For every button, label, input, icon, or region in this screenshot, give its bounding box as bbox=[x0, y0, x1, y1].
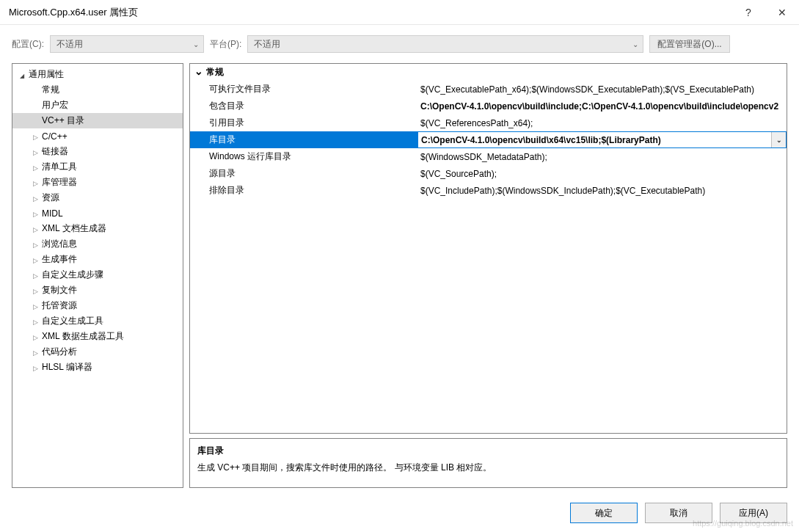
property-name: 引用目录 bbox=[190, 114, 417, 131]
dialog-buttons: 确定 取消 应用(A) bbox=[0, 495, 799, 532]
expand-icon bbox=[30, 255, 40, 264]
tree-item-label: 自定义生成工具 bbox=[40, 315, 103, 327]
tree-item[interactable]: 库管理器 bbox=[12, 175, 183, 190]
tree-item-label: C/C++ bbox=[40, 131, 68, 142]
help-icon: ? bbox=[745, 7, 751, 18]
category-row[interactable]: 常规 bbox=[190, 64, 787, 81]
tree-item[interactable]: 复制文件 bbox=[12, 283, 183, 298]
config-manager-label: 配置管理器(O)... bbox=[657, 38, 721, 51]
expand-icon bbox=[30, 317, 40, 326]
tree-item[interactable]: 清单工具 bbox=[12, 159, 183, 175]
property-value[interactable]: $(VC_ExecutablePath_x64);$(WindowsSDK_Ex… bbox=[417, 81, 787, 98]
description-title: 库目录 bbox=[197, 445, 779, 457]
right-panel: 常规 可执行文件目录$(VC_ExecutablePath_x64);$(Win… bbox=[189, 63, 787, 488]
tree-item-label: VC++ 目录 bbox=[40, 114, 84, 127]
property-name: 可执行文件目录 bbox=[190, 81, 417, 98]
tree-root[interactable]: 通用属性 bbox=[12, 67, 183, 82]
property-name: Windows 运行库目录 bbox=[190, 148, 417, 165]
property-name: 排除目录 bbox=[190, 182, 417, 199]
property-name: 源目录 bbox=[190, 165, 417, 182]
property-name: 包含目录 bbox=[190, 98, 417, 114]
dropdown-button[interactable]: ⌄ bbox=[771, 132, 786, 147]
cancel-label: 取消 bbox=[670, 507, 687, 520]
apply-button[interactable]: 应用(A) bbox=[720, 503, 787, 523]
expand-icon bbox=[30, 302, 40, 310]
property-value[interactable]: $(VC_SourcePath); bbox=[417, 165, 787, 182]
tree-item-label: 复制文件 bbox=[40, 284, 77, 296]
property-row[interactable]: 可执行文件目录$(VC_ExecutablePath_x64);$(Window… bbox=[190, 81, 787, 98]
config-select[interactable]: 不适用 ⌄ bbox=[50, 35, 204, 53]
chevron-down-icon bbox=[194, 67, 206, 79]
tree-item-label: 用户宏 bbox=[40, 99, 68, 112]
property-name: 库目录 bbox=[190, 131, 417, 148]
chevron-down-icon: ⌄ bbox=[193, 40, 199, 48]
config-bar: 配置(C): 不适用 ⌄ 平台(P): 不适用 ⌄ 配置管理器(O)... bbox=[0, 25, 799, 63]
tree-item-label: HLSL 编译器 bbox=[40, 361, 92, 374]
tree-item-label: MIDL bbox=[40, 208, 63, 219]
property-row[interactable]: 源目录$(VC_SourcePath); bbox=[190, 165, 787, 182]
property-row[interactable]: 库目录C:\OpenCV-4.1.0\opencv\build\x64\vc15… bbox=[190, 131, 787, 148]
property-row[interactable]: 引用目录$(VC_ReferencesPath_x64); bbox=[190, 114, 787, 131]
tree-root-label: 通用属性 bbox=[27, 68, 64, 81]
property-value[interactable]: $(VC_ReferencesPath_x64); bbox=[417, 114, 787, 131]
expand-icon bbox=[30, 286, 40, 295]
tree-item-label: 链接器 bbox=[40, 145, 68, 158]
expand-icon bbox=[30, 194, 40, 203]
expand-icon bbox=[30, 178, 40, 187]
platform-select[interactable]: 不适用 ⌄ bbox=[247, 35, 643, 53]
cancel-button[interactable]: 取消 bbox=[645, 503, 712, 523]
tree-item[interactable]: 用户宏 bbox=[12, 98, 183, 113]
apply-label: 应用(A) bbox=[739, 507, 768, 520]
tree-panel[interactable]: 通用属性 常规用户宏VC++ 目录C/C++链接器清单工具库管理器资源MIDLX… bbox=[12, 63, 183, 488]
property-row[interactable]: 包含目录C:\OpenCV-4.1.0\opencv\build\include… bbox=[190, 98, 787, 114]
tree-item[interactable]: C/C++ bbox=[12, 128, 183, 144]
tree-item-label: 代码分析 bbox=[40, 346, 77, 358]
tree-item[interactable]: 生成事件 bbox=[12, 252, 183, 267]
tree-item[interactable]: XML 数据生成器工具 bbox=[12, 329, 183, 344]
property-value[interactable]: C:\OpenCV-4.1.0\opencv\build\include;C:\… bbox=[417, 98, 787, 114]
property-grid: 常规 可执行文件目录$(VC_ExecutablePath_x64);$(Win… bbox=[189, 63, 787, 434]
window-title: Microsoft.Cpp.x64.user 属性页 bbox=[9, 6, 138, 19]
tree-item[interactable]: 自定义生成工具 bbox=[12, 313, 183, 329]
expand-icon bbox=[30, 271, 40, 280]
tree-item[interactable]: 资源 bbox=[12, 190, 183, 205]
property-row[interactable]: 排除目录$(VC_IncludePath);$(WindowsSDK_Inclu… bbox=[190, 182, 787, 199]
tree-item-label: 清单工具 bbox=[40, 161, 77, 173]
tree-item[interactable]: 代码分析 bbox=[12, 344, 183, 360]
chevron-down-icon: ⌄ bbox=[632, 40, 638, 48]
close-button[interactable]: ✕ bbox=[765, 0, 799, 25]
tree-item[interactable]: 托管资源 bbox=[12, 298, 183, 313]
help-button[interactable]: ? bbox=[731, 0, 765, 25]
tree-item-label: XML 数据生成器工具 bbox=[40, 330, 124, 343]
tree-item[interactable]: VC++ 目录 bbox=[12, 113, 183, 128]
ok-label: 确定 bbox=[595, 507, 613, 520]
config-label: 配置(C): bbox=[12, 38, 44, 51]
category-label: 常规 bbox=[206, 66, 224, 79]
expand-icon bbox=[30, 363, 40, 372]
expand-icon bbox=[30, 332, 40, 341]
config-select-value: 不适用 bbox=[56, 38, 83, 51]
property-value[interactable]: $(VC_IncludePath);$(WindowsSDK_IncludePa… bbox=[417, 182, 787, 199]
tree-item-label: 资源 bbox=[40, 192, 59, 204]
expand-icon bbox=[30, 240, 40, 249]
tree-item-label: 常规 bbox=[40, 84, 59, 96]
tree-item[interactable]: 链接器 bbox=[12, 144, 183, 159]
property-value[interactable]: $(WindowsSDK_MetadataPath); bbox=[417, 148, 787, 165]
tree-item-label: 自定义生成步骤 bbox=[40, 269, 103, 281]
platform-select-value: 不适用 bbox=[254, 38, 280, 51]
tree-item-label: XML 文档生成器 bbox=[40, 222, 106, 235]
main-area: 通用属性 常规用户宏VC++ 目录C/C++链接器清单工具库管理器资源MIDLX… bbox=[0, 63, 799, 495]
tree-item[interactable]: MIDL bbox=[12, 205, 183, 221]
ok-button[interactable]: 确定 bbox=[570, 503, 638, 523]
expand-icon bbox=[30, 348, 40, 357]
config-manager-button[interactable]: 配置管理器(O)... bbox=[649, 35, 729, 53]
tree-item-label: 浏览信息 bbox=[40, 238, 77, 250]
tree-item[interactable]: 自定义生成步骤 bbox=[12, 267, 183, 283]
tree-item[interactable]: XML 文档生成器 bbox=[12, 221, 183, 236]
tree-item[interactable]: 常规 bbox=[12, 82, 183, 98]
tree-item[interactable]: 浏览信息 bbox=[12, 236, 183, 252]
property-row[interactable]: Windows 运行库目录$(WindowsSDK_MetadataPath); bbox=[190, 148, 787, 165]
tree-item[interactable]: HLSL 编译器 bbox=[12, 360, 183, 375]
platform-label: 平台(P): bbox=[210, 38, 241, 51]
property-value[interactable]: C:\OpenCV-4.1.0\opencv\build\x64\vc15\li… bbox=[417, 131, 787, 148]
